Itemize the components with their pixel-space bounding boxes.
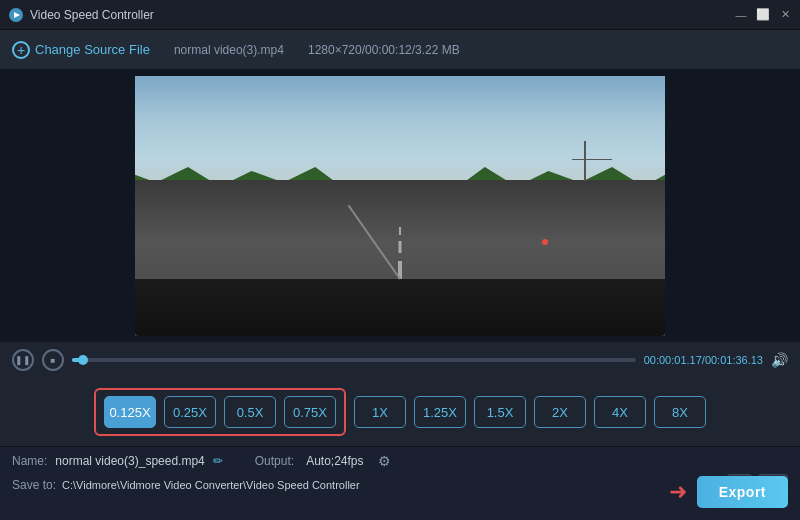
output-label: Output: bbox=[255, 454, 294, 468]
power-line-horizontal bbox=[572, 159, 612, 160]
stop-button[interactable]: ■ bbox=[42, 349, 64, 371]
title-bar: Video Speed Controller — ⬜ ✕ bbox=[0, 0, 800, 30]
close-button[interactable]: ✕ bbox=[778, 8, 792, 21]
save-path: C:\Vidmore\Vidmore Video Converter\Video… bbox=[62, 479, 721, 491]
speed-btn-025x[interactable]: 0.25X bbox=[164, 396, 216, 428]
road-line-3 bbox=[399, 227, 401, 235]
dashboard-overlay bbox=[135, 279, 665, 336]
export-button[interactable]: Export bbox=[697, 476, 788, 508]
progress-thumb[interactable] bbox=[78, 355, 88, 365]
total-time: 00:01:36.13 bbox=[705, 354, 763, 366]
stop-icon: ■ bbox=[51, 356, 56, 365]
file-info: 1280×720/00:00:12/3.22 MB bbox=[308, 43, 460, 57]
pause-icon: ❚❚ bbox=[15, 355, 31, 365]
speed-btn-075x[interactable]: 0.75X bbox=[284, 396, 336, 428]
video-area bbox=[0, 70, 800, 342]
app-icon bbox=[8, 7, 24, 23]
minimize-button[interactable]: — bbox=[734, 9, 748, 21]
playback-bar: ❚❚ ■ 00:00:01.17/00:01:36.13 🔊 bbox=[0, 342, 800, 378]
current-time: 00:00:01.17 bbox=[644, 354, 702, 366]
title-text: Video Speed Controller bbox=[30, 8, 734, 22]
speed-btn-0125x[interactable]: 0.125X bbox=[104, 396, 156, 428]
progress-track[interactable] bbox=[72, 358, 636, 362]
maximize-button[interactable]: ⬜ bbox=[756, 8, 770, 21]
video-preview bbox=[135, 76, 665, 336]
settings-icon[interactable]: ⚙ bbox=[378, 453, 391, 469]
speed-btn-15x[interactable]: 1.5X bbox=[474, 396, 526, 428]
time-display: 00:00:01.17/00:01:36.13 bbox=[644, 354, 763, 366]
bottom-bar: Name: normal video(3)_speed.mp4 ✏ Output… bbox=[0, 446, 800, 520]
export-area: ➜ Export bbox=[669, 476, 788, 508]
road-line-2 bbox=[399, 241, 402, 253]
edit-icon[interactable]: ✏ bbox=[213, 454, 223, 468]
speed-btn-2x[interactable]: 2X bbox=[534, 396, 586, 428]
name-value: normal video(3)_speed.mp4 bbox=[55, 454, 204, 468]
name-label: Name: bbox=[12, 454, 47, 468]
speed-btn-05x[interactable]: 0.5X bbox=[224, 396, 276, 428]
sky-bg bbox=[135, 76, 665, 193]
speed-btn-125x[interactable]: 1.25X bbox=[414, 396, 466, 428]
toolbar: + Change Source File normal video(3).mp4… bbox=[0, 30, 800, 70]
speed-btn-4x[interactable]: 4X bbox=[594, 396, 646, 428]
speed-highlight-group: 0.125X 0.25X 0.5X 0.75X bbox=[94, 388, 346, 436]
plus-circle-icon: + bbox=[12, 41, 30, 59]
save-label: Save to: bbox=[12, 478, 56, 492]
power-lines bbox=[584, 141, 586, 181]
name-row: Name: normal video(3)_speed.mp4 ✏ Output… bbox=[12, 453, 788, 469]
output-value: Auto;24fps bbox=[306, 454, 363, 468]
change-source-button[interactable]: + Change Source File bbox=[12, 41, 150, 59]
arrow-icon: ➜ bbox=[669, 479, 687, 505]
volume-button[interactable]: 🔊 bbox=[771, 352, 788, 368]
change-source-label: Change Source File bbox=[35, 42, 150, 57]
play-pause-button[interactable]: ❚❚ bbox=[12, 349, 34, 371]
speed-btn-8x[interactable]: 8X bbox=[654, 396, 706, 428]
file-name: normal video(3).mp4 bbox=[174, 43, 284, 57]
window-controls: — ⬜ ✕ bbox=[734, 8, 792, 21]
speed-btn-1x[interactable]: 1X bbox=[354, 396, 406, 428]
speed-area: 0.125X 0.25X 0.5X 0.75X 1X 1.25X 1.5X 2X… bbox=[0, 378, 800, 446]
